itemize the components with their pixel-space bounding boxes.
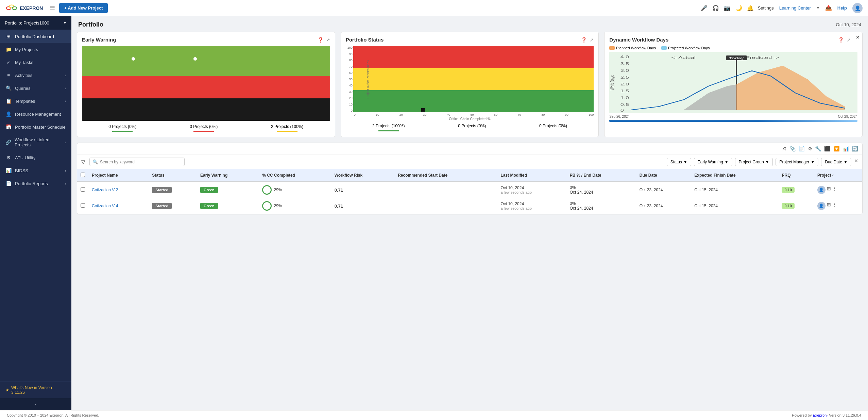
- sidebar-label: My Tasks: [15, 60, 33, 65]
- share-icon[interactable]: 📤: [825, 5, 832, 11]
- add-project-button[interactable]: + Add New Project: [59, 3, 107, 13]
- sidebar-item-queries[interactable]: 🔍 Queries ‹: [0, 82, 71, 95]
- search-input[interactable]: [100, 160, 182, 164]
- select-all-checkbox[interactable]: [81, 173, 85, 177]
- external-link-icon[interactable]: ↗: [326, 37, 330, 43]
- status-filter[interactable]: Status ▼: [667, 158, 691, 166]
- project-name-cell: Cotizacion V 4: [88, 198, 149, 214]
- microphone-icon[interactable]: 🎤: [701, 5, 708, 11]
- prq-badge: 0.10: [782, 203, 794, 209]
- header-icons: 🎤 🎧 📷 🌙 🔔: [701, 5, 754, 11]
- sidebar-item-templates[interactable]: 📋 Templates ‹: [0, 95, 71, 108]
- cc-completed-cell: 29%: [259, 182, 331, 198]
- sidebar-item-activities[interactable]: ≡ Activities ‹: [0, 69, 71, 82]
- row-more-icon[interactable]: ⋮: [832, 186, 837, 194]
- filter-funnel-icon[interactable]: ▽: [81, 159, 85, 165]
- wrench-icon[interactable]: 🔧: [815, 146, 821, 152]
- exepron-link[interactable]: Exepron: [813, 413, 827, 417]
- sidebar-collapse-button[interactable]: ‹: [0, 398, 71, 410]
- svg-point-1: [9, 5, 14, 8]
- camera-icon[interactable]: 📷: [724, 5, 731, 11]
- project-group-filter[interactable]: Project Group ▼: [735, 158, 773, 166]
- external-link-icon[interactable]: ↗: [847, 37, 851, 43]
- recommended-start-cell: [394, 198, 497, 214]
- project-link[interactable]: Cotizacion V 2: [92, 188, 118, 192]
- row-checkbox-cell[interactable]: [77, 182, 88, 198]
- sidebar-item-my-projects[interactable]: 📁 My Projects: [0, 43, 71, 56]
- sidebar-item-workflow-linked-projects[interactable]: 🔗 Workflow / Linked Projects ‹: [0, 133, 71, 151]
- card-actions: ❓ ↗: [581, 37, 594, 43]
- export-icon[interactable]: 📄: [799, 146, 805, 152]
- moon-icon[interactable]: 🌙: [735, 5, 742, 11]
- arrow-icon: ‹: [65, 169, 66, 173]
- avatar[interactable]: 👤: [852, 3, 863, 13]
- sidebar-item-resource-management[interactable]: 👤 Resource Management: [0, 108, 71, 120]
- sidebar-label: Queries: [15, 86, 31, 91]
- settings-link[interactable]: Settings: [758, 5, 774, 11]
- hamburger-menu[interactable]: ☰: [50, 4, 55, 12]
- sidebar-item-bidss[interactable]: 📊 BIDSS ‹: [0, 164, 71, 177]
- early-warning-card: Early Warning ❓ ↗ 0 Projects (0%): [77, 32, 335, 137]
- content-header: Portfolio Oct 10, 2024: [71, 16, 868, 32]
- utility-icon: ⚙: [5, 155, 12, 160]
- row-checkbox[interactable]: [81, 203, 85, 208]
- projects-icon: 📁: [5, 47, 12, 52]
- external-link-icon[interactable]: ↗: [590, 37, 594, 43]
- help-icon[interactable]: ❓: [838, 37, 844, 43]
- col-pb-end-date: PB % / End Date: [566, 169, 636, 182]
- prq-cell: 0.10: [778, 182, 814, 198]
- last-modified-date: Oct 10, 2024: [500, 201, 563, 206]
- learning-center-link[interactable]: Learning Center: [779, 5, 811, 11]
- row-checkbox[interactable]: [81, 187, 85, 192]
- ew-black-zone: [82, 98, 330, 121]
- row-grid-icon[interactable]: ⊞: [827, 186, 831, 194]
- chevron-down-icon: ▼: [63, 21, 67, 25]
- bell-icon[interactable]: 🔔: [747, 5, 754, 11]
- filter-clear-button[interactable]: ✕: [854, 158, 858, 166]
- col-project-name: Project Name: [88, 169, 149, 182]
- attachment-icon[interactable]: 📎: [789, 146, 796, 152]
- settings-icon[interactable]: ⚙: [808, 146, 812, 152]
- due-date-filter[interactable]: Due Date ▼: [821, 158, 851, 166]
- project-manager-filter[interactable]: Project Manager ▼: [776, 158, 818, 166]
- last-modified-relative: a few seconds ago: [500, 190, 563, 194]
- chart-icon[interactable]: 📊: [843, 146, 849, 152]
- sidebar-item-my-tasks[interactable]: ✓ My Tasks: [0, 56, 71, 69]
- row-checkbox-cell[interactable]: [77, 198, 88, 214]
- sidebar-item-atu-utility[interactable]: ⚙ ATU Utility: [0, 151, 71, 164]
- reports-icon: 📄: [5, 181, 12, 186]
- sidebar-item-portfolio-dashboard[interactable]: ⊞ Portfolio Dashboard: [0, 30, 71, 43]
- cc-completed-container: 29%: [262, 201, 327, 211]
- close-icon[interactable]: ✕: [856, 35, 860, 40]
- sidebar-label: Portfolio Dashboard: [15, 34, 54, 39]
- row-grid-icon[interactable]: ⊞: [827, 202, 831, 210]
- col-collapse-icon[interactable]: ‹: [832, 173, 834, 178]
- help-link[interactable]: Help: [837, 5, 847, 11]
- chevron-down-icon[interactable]: ▼: [816, 6, 820, 10]
- project-link[interactable]: Cotizacion V 4: [92, 204, 118, 208]
- early-warning-filter[interactable]: Early Warning ▼: [694, 158, 732, 166]
- portfolio-selector[interactable]: Portfolio: Projects1000 ▼: [0, 16, 71, 30]
- refresh-icon[interactable]: 🔄: [852, 146, 858, 152]
- whats-new[interactable]: ★ What's New in Version 3.11.26: [0, 382, 71, 398]
- status-badge: Started: [152, 187, 172, 193]
- row-more-icon[interactable]: ⋮: [832, 202, 837, 210]
- col-due-date: Due Date: [636, 169, 691, 182]
- svg-text:0: 0: [620, 109, 624, 112]
- prq-cell: 0.10: [778, 198, 814, 214]
- help-icon[interactable]: ❓: [318, 37, 323, 43]
- help-icon[interactable]: ❓: [581, 37, 587, 43]
- queries-icon: 🔍: [5, 85, 12, 91]
- filter-icon[interactable]: 🔽: [833, 146, 840, 152]
- search-box: 🔍: [89, 158, 185, 166]
- headphone-icon[interactable]: 🎧: [712, 5, 719, 11]
- sidebar-item-portfolio-master-schedule[interactable]: 📅 Portfolio Master Schedule: [0, 120, 71, 133]
- columns-icon[interactable]: ⬛: [824, 146, 831, 152]
- col-recommended-start: Recommended Start Date: [394, 169, 497, 182]
- sidebar-item-portfolio-reports[interactable]: 📄 Portfolio Reports ‹: [0, 177, 71, 190]
- early-warning-summary: 0 Projects (0%) 0 Projects (0%) 2 Projec…: [82, 124, 330, 132]
- print-icon[interactable]: 🖨: [782, 146, 787, 152]
- header-nav: Settings Learning Center ▼ 📤 Help 👤: [758, 3, 863, 13]
- select-all-header[interactable]: [77, 169, 88, 182]
- svg-text:1.5: 1.5: [620, 89, 629, 93]
